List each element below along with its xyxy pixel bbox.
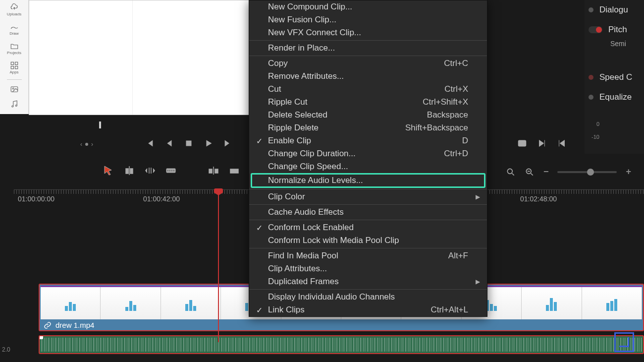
- scrubber-handle[interactable]: [99, 121, 101, 128]
- apps-icon: [10, 61, 19, 70]
- audio-icon: [10, 100, 19, 109]
- nav-dot[interactable]: [85, 143, 88, 146]
- razor-icon[interactable]: [164, 165, 178, 177]
- inspector-item-pitch[interactable]: Pitch: [589, 20, 644, 40]
- menu-item-ripple-cut[interactable]: Ripple CutCtrl+Shift+X: [249, 96, 487, 109]
- preview-panel: [29, 0, 249, 115]
- fullscreen-icon[interactable]: [517, 138, 528, 149]
- menu-item-label: Change Clip Speed...: [268, 162, 348, 172]
- selection-tool-icon[interactable]: [102, 165, 115, 177]
- toggle-switch[interactable]: [589, 26, 602, 33]
- sidebar-item-photos[interactable]: [0, 82, 28, 97]
- overwrite-icon[interactable]: [227, 165, 241, 177]
- menu-item-copy[interactable]: CopyCtrl+C: [249, 57, 487, 70]
- menu-item-label: New Fusion Clip...: [268, 15, 336, 25]
- zoom-controls: − +: [506, 167, 631, 177]
- sidebar-label: Apps: [9, 70, 18, 74]
- zoom-in-button[interactable]: +: [626, 167, 631, 177]
- inspector-item-equalize[interactable]: Equalize: [589, 87, 644, 107]
- zoom-slider[interactable]: [557, 171, 617, 173]
- svg-rect-16: [173, 170, 174, 172]
- menu-item-cut[interactable]: CutCtrl+X: [249, 83, 487, 96]
- step-back-icon[interactable]: [163, 138, 174, 149]
- sidebar-item-draw[interactable]: Draw: [0, 19, 28, 39]
- draw-icon: [10, 22, 19, 31]
- sidebar-item-audio[interactable]: [0, 97, 28, 112]
- svg-point-6: [11, 106, 13, 107]
- sidebar-item-apps[interactable]: Apps: [0, 58, 28, 77]
- nav-next[interactable]: ›: [91, 141, 93, 148]
- menu-item-conform-lock-enabled[interactable]: ✓Conform Lock Enabled: [249, 221, 487, 234]
- track-scale-label: 2.0: [2, 346, 10, 353]
- menu-item-find-in-media-pool[interactable]: Find In Media PoolAlt+F: [249, 249, 487, 262]
- inspector-panel: Dialogu Pitch Semi Speed C Equalize 0 -1…: [585, 0, 644, 154]
- status-dot-icon: [589, 7, 593, 12]
- menu-shortcut: Alt+F: [448, 251, 478, 261]
- zoom-out-button[interactable]: −: [543, 167, 549, 177]
- preview-scrubber[interactable]: [30, 121, 248, 127]
- app-logo-icon: [614, 332, 634, 352]
- projects-icon: [10, 42, 19, 51]
- menu-item-label: Change Clip Duration...: [268, 149, 356, 159]
- sidebar-item-projects[interactable]: Projects: [0, 39, 28, 58]
- svg-rect-17: [209, 169, 212, 173]
- menu-item-enable-clip[interactable]: ✓Enable ClipD: [249, 134, 487, 147]
- skip-back-icon[interactable]: [144, 138, 155, 149]
- inspector-label: Speed C: [599, 72, 632, 82]
- inspector-item-speed[interactable]: Speed C: [589, 67, 644, 87]
- menu-item-clip-color[interactable]: Clip Color▶: [249, 190, 487, 203]
- trim-tool-icon[interactable]: [143, 165, 157, 177]
- menu-separator: [249, 40, 487, 41]
- menu-separator: [249, 248, 487, 248]
- menu-item-conform-lock-with-media-pool-clip[interactable]: Conform Lock with Media Pool Clip: [249, 234, 487, 247]
- blade-tool-icon[interactable]: [122, 165, 136, 177]
- menu-separator: [249, 289, 487, 290]
- svg-rect-18: [215, 169, 218, 173]
- menu-item-label: Conform Lock Enabled: [268, 223, 354, 233]
- menu-item-normalize-audio-levels[interactable]: Normalize Audio Levels...: [251, 173, 485, 188]
- menu-item-new-compound-clip[interactable]: New Compound Clip...: [249, 0, 487, 13]
- inspector-item-dialogue[interactable]: Dialogu: [589, 0, 644, 20]
- menu-item-label: Conform Lock with Media Pool Clip: [268, 236, 399, 245]
- search-icon[interactable]: [506, 167, 516, 177]
- menu-item-label: Cut: [268, 84, 281, 94]
- menu-item-label: Display Individual Audio Channels: [268, 292, 395, 302]
- insert-icon[interactable]: [207, 165, 220, 177]
- ruler-label: 01:00:00:00: [18, 195, 54, 203]
- menu-item-label: New VFX Connect Clip...: [268, 28, 361, 38]
- menu-item-change-clip-speed[interactable]: Change Clip Speed...: [249, 160, 487, 173]
- menu-item-duplicated-frames[interactable]: Duplicated Frames▶: [249, 275, 487, 288]
- play-icon[interactable]: [203, 138, 214, 149]
- prev-clip-icon[interactable]: [556, 138, 567, 149]
- nav-prev[interactable]: ‹: [80, 141, 82, 148]
- svg-rect-2: [11, 66, 13, 69]
- menu-item-new-fusion-clip[interactable]: New Fusion Clip...: [249, 13, 487, 26]
- menu-item-change-clip-duration[interactable]: Change Clip Duration...Ctrl+D: [249, 147, 487, 160]
- zoom-icon[interactable]: [525, 167, 535, 177]
- menu-item-label: Clip Color: [268, 192, 305, 202]
- audio-clip[interactable]: [39, 335, 644, 354]
- menu-item-new-vfx-connect-clip[interactable]: New VFX Connect Clip...: [249, 26, 487, 39]
- svg-rect-15: [171, 170, 172, 172]
- check-icon: ✓: [256, 223, 263, 233]
- menu-item-label: Clip Attributes...: [268, 264, 327, 274]
- next-clip-icon[interactable]: [537, 138, 547, 149]
- menu-item-ripple-delete[interactable]: Ripple DeleteShift+Backspace: [249, 121, 487, 134]
- playhead[interactable]: [218, 188, 219, 342]
- zoom-handle[interactable]: [587, 169, 594, 176]
- menu-item-clip-attributes[interactable]: Clip Attributes...: [249, 262, 487, 275]
- menu-item-cache-audio-effects[interactable]: Cache Audio Effects: [249, 206, 487, 219]
- menu-item-link-clips[interactable]: ✓Link ClipsCtrl+Alt+L: [249, 303, 487, 316]
- menu-item-display-individual-audio-channels[interactable]: Display Individual Audio Channels: [249, 291, 487, 303]
- skip-forward-icon[interactable]: [223, 138, 234, 149]
- menu-item-remove-attributes[interactable]: Remove Attributes...: [249, 70, 487, 83]
- svg-rect-19: [230, 169, 238, 173]
- check-icon: ✓: [256, 305, 263, 315]
- stop-icon[interactable]: [183, 138, 194, 149]
- menu-item-delete-selected[interactable]: Delete SelectedBackspace: [249, 109, 487, 121]
- status-dot-icon: [589, 75, 593, 80]
- menu-shortcut: Ctrl+C: [444, 59, 478, 68]
- sidebar-item-uploads[interactable]: Uploads: [0, 0, 28, 19]
- menu-item-render-in-place[interactable]: Render in Place...: [249, 42, 487, 55]
- svg-rect-1: [15, 62, 17, 64]
